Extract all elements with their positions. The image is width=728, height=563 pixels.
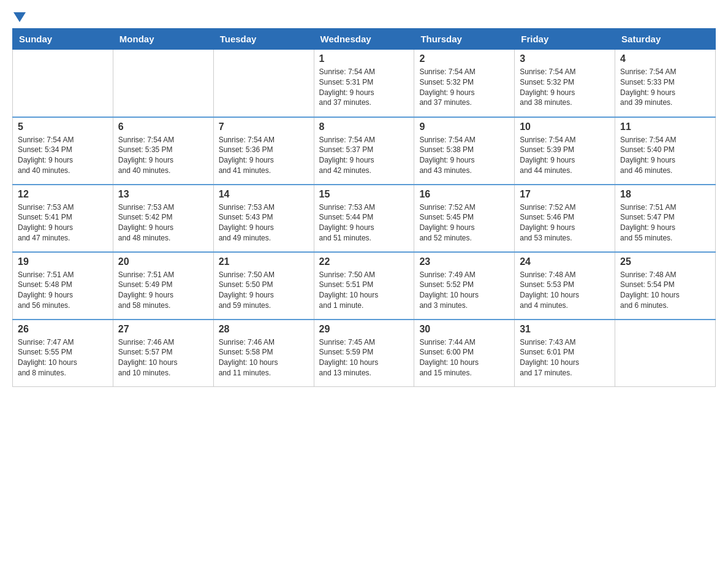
day-info: Sunrise: 7:47 AMSunset: 5:55 PMDaylight:… — [18, 337, 108, 378]
day-info: Sunrise: 7:45 AMSunset: 5:59 PMDaylight:… — [319, 337, 409, 378]
calendar-header-row: SundayMondayTuesdayWednesdayThursdayFrid… — [13, 29, 716, 50]
day-info: Sunrise: 7:46 AMSunset: 5:58 PMDaylight:… — [219, 337, 309, 378]
calendar-cell: 6Sunrise: 7:54 AMSunset: 5:35 PMDaylight… — [113, 117, 213, 185]
day-info: Sunrise: 7:53 AMSunset: 5:42 PMDaylight:… — [118, 202, 208, 243]
calendar-table: SundayMondayTuesdayWednesdayThursdayFrid… — [12, 28, 716, 387]
day-info: Sunrise: 7:50 AMSunset: 5:51 PMDaylight:… — [319, 270, 409, 311]
day-number: 15 — [319, 189, 409, 200]
calendar-cell: 11Sunrise: 7:54 AMSunset: 5:40 PMDayligh… — [615, 117, 716, 185]
calendar-header-wednesday: Wednesday — [314, 29, 414, 50]
day-info: Sunrise: 7:51 AMSunset: 5:49 PMDaylight:… — [118, 270, 208, 311]
day-info: Sunrise: 7:50 AMSunset: 5:50 PMDaylight:… — [219, 270, 309, 311]
calendar-week-row: 5Sunrise: 7:54 AMSunset: 5:34 PMDaylight… — [13, 117, 716, 185]
day-info: Sunrise: 7:49 AMSunset: 5:52 PMDaylight:… — [419, 270, 509, 311]
day-info: Sunrise: 7:54 AMSunset: 5:31 PMDaylight:… — [319, 67, 409, 108]
day-number: 18 — [620, 189, 710, 200]
day-number: 2 — [419, 53, 509, 64]
calendar-cell: 31Sunrise: 7:43 AMSunset: 6:01 PMDayligh… — [515, 320, 615, 387]
day-info: Sunrise: 7:48 AMSunset: 5:53 PMDaylight:… — [520, 270, 610, 311]
calendar-cell: 2Sunrise: 7:54 AMSunset: 5:32 PMDaylight… — [414, 50, 515, 117]
calendar-cell: 5Sunrise: 7:54 AMSunset: 5:34 PMDaylight… — [13, 117, 113, 185]
day-info: Sunrise: 7:52 AMSunset: 5:46 PMDaylight:… — [520, 202, 610, 243]
calendar-week-row: 26Sunrise: 7:47 AMSunset: 5:55 PMDayligh… — [13, 320, 716, 387]
day-number: 16 — [419, 189, 509, 200]
calendar-cell — [113, 50, 213, 117]
calendar-cell: 9Sunrise: 7:54 AMSunset: 5:38 PMDaylight… — [414, 117, 515, 185]
calendar-cell: 1Sunrise: 7:54 AMSunset: 5:31 PMDaylight… — [314, 50, 414, 117]
day-number: 21 — [219, 256, 309, 267]
day-number: 4 — [620, 53, 710, 64]
day-info: Sunrise: 7:44 AMSunset: 6:00 PMDaylight:… — [419, 337, 509, 378]
day-info: Sunrise: 7:54 AMSunset: 5:34 PMDaylight:… — [18, 135, 108, 176]
calendar-cell: 20Sunrise: 7:51 AMSunset: 5:49 PMDayligh… — [113, 252, 213, 320]
calendar-cell — [615, 320, 716, 387]
calendar-cell: 27Sunrise: 7:46 AMSunset: 5:57 PMDayligh… — [113, 320, 213, 387]
day-number: 17 — [520, 189, 610, 200]
day-number: 11 — [620, 121, 710, 132]
calendar-week-row: 1Sunrise: 7:54 AMSunset: 5:31 PMDaylight… — [13, 50, 716, 117]
calendar-cell: 7Sunrise: 7:54 AMSunset: 5:36 PMDaylight… — [213, 117, 314, 185]
page-header — [12, 12, 716, 22]
day-number: 31 — [520, 324, 610, 335]
day-number: 25 — [620, 256, 710, 267]
day-info: Sunrise: 7:53 AMSunset: 5:41 PMDaylight:… — [18, 202, 108, 243]
calendar-cell: 19Sunrise: 7:51 AMSunset: 5:48 PMDayligh… — [13, 252, 113, 320]
day-number: 28 — [219, 324, 309, 335]
calendar-cell — [13, 50, 113, 117]
calendar-cell: 10Sunrise: 7:54 AMSunset: 5:39 PMDayligh… — [515, 117, 615, 185]
calendar-header-friday: Friday — [515, 29, 615, 50]
day-info: Sunrise: 7:53 AMSunset: 5:44 PMDaylight:… — [319, 202, 409, 243]
calendar-cell: 14Sunrise: 7:53 AMSunset: 5:43 PMDayligh… — [213, 185, 314, 252]
day-info: Sunrise: 7:52 AMSunset: 5:45 PMDaylight:… — [419, 202, 509, 243]
day-number: 10 — [520, 121, 610, 132]
day-info: Sunrise: 7:54 AMSunset: 5:38 PMDaylight:… — [419, 135, 509, 176]
calendar-cell: 15Sunrise: 7:53 AMSunset: 5:44 PMDayligh… — [314, 185, 414, 252]
day-number: 22 — [319, 256, 409, 267]
day-number: 13 — [118, 189, 208, 200]
day-number: 19 — [18, 256, 108, 267]
calendar-header-saturday: Saturday — [615, 29, 716, 50]
svg-marker-0 — [13, 12, 26, 22]
logo-flag-icon — [13, 12, 26, 22]
calendar-cell: 21Sunrise: 7:50 AMSunset: 5:50 PMDayligh… — [213, 252, 314, 320]
day-number: 5 — [18, 121, 108, 132]
calendar-cell: 30Sunrise: 7:44 AMSunset: 6:00 PMDayligh… — [414, 320, 515, 387]
logo — [12, 12, 26, 22]
day-number: 20 — [118, 256, 208, 267]
calendar-cell: 12Sunrise: 7:53 AMSunset: 5:41 PMDayligh… — [13, 185, 113, 252]
day-info: Sunrise: 7:54 AMSunset: 5:40 PMDaylight:… — [620, 135, 710, 176]
calendar-cell: 23Sunrise: 7:49 AMSunset: 5:52 PMDayligh… — [414, 252, 515, 320]
calendar-week-row: 19Sunrise: 7:51 AMSunset: 5:48 PMDayligh… — [13, 252, 716, 320]
calendar-week-row: 12Sunrise: 7:53 AMSunset: 5:41 PMDayligh… — [13, 185, 716, 252]
day-info: Sunrise: 7:51 AMSunset: 5:47 PMDaylight:… — [620, 202, 710, 243]
day-info: Sunrise: 7:46 AMSunset: 5:57 PMDaylight:… — [118, 337, 208, 378]
calendar-cell: 22Sunrise: 7:50 AMSunset: 5:51 PMDayligh… — [314, 252, 414, 320]
calendar-cell: 16Sunrise: 7:52 AMSunset: 5:45 PMDayligh… — [414, 185, 515, 252]
day-number: 24 — [520, 256, 610, 267]
calendar-cell: 8Sunrise: 7:54 AMSunset: 5:37 PMDaylight… — [314, 117, 414, 185]
calendar-cell: 18Sunrise: 7:51 AMSunset: 5:47 PMDayligh… — [615, 185, 716, 252]
day-info: Sunrise: 7:54 AMSunset: 5:32 PMDaylight:… — [419, 67, 509, 108]
day-number: 6 — [118, 121, 208, 132]
day-info: Sunrise: 7:43 AMSunset: 6:01 PMDaylight:… — [520, 337, 610, 378]
day-info: Sunrise: 7:51 AMSunset: 5:48 PMDaylight:… — [18, 270, 108, 311]
calendar-header-monday: Monday — [113, 29, 213, 50]
calendar-cell: 17Sunrise: 7:52 AMSunset: 5:46 PMDayligh… — [515, 185, 615, 252]
calendar-cell: 28Sunrise: 7:46 AMSunset: 5:58 PMDayligh… — [213, 320, 314, 387]
day-number: 8 — [319, 121, 409, 132]
calendar-cell: 24Sunrise: 7:48 AMSunset: 5:53 PMDayligh… — [515, 252, 615, 320]
day-info: Sunrise: 7:53 AMSunset: 5:43 PMDaylight:… — [219, 202, 309, 243]
day-number: 26 — [18, 324, 108, 335]
calendar-cell: 26Sunrise: 7:47 AMSunset: 5:55 PMDayligh… — [13, 320, 113, 387]
calendar-cell: 13Sunrise: 7:53 AMSunset: 5:42 PMDayligh… — [113, 185, 213, 252]
calendar-cell: 25Sunrise: 7:48 AMSunset: 5:54 PMDayligh… — [615, 252, 716, 320]
day-number: 30 — [419, 324, 509, 335]
calendar-cell: 3Sunrise: 7:54 AMSunset: 5:32 PMDaylight… — [515, 50, 615, 117]
calendar-header-tuesday: Tuesday — [213, 29, 314, 50]
day-number: 1 — [319, 53, 409, 64]
day-info: Sunrise: 7:54 AMSunset: 5:36 PMDaylight:… — [219, 135, 309, 176]
day-info: Sunrise: 7:54 AMSunset: 5:32 PMDaylight:… — [520, 67, 610, 108]
day-number: 29 — [319, 324, 409, 335]
day-number: 14 — [219, 189, 309, 200]
calendar-cell: 29Sunrise: 7:45 AMSunset: 5:59 PMDayligh… — [314, 320, 414, 387]
